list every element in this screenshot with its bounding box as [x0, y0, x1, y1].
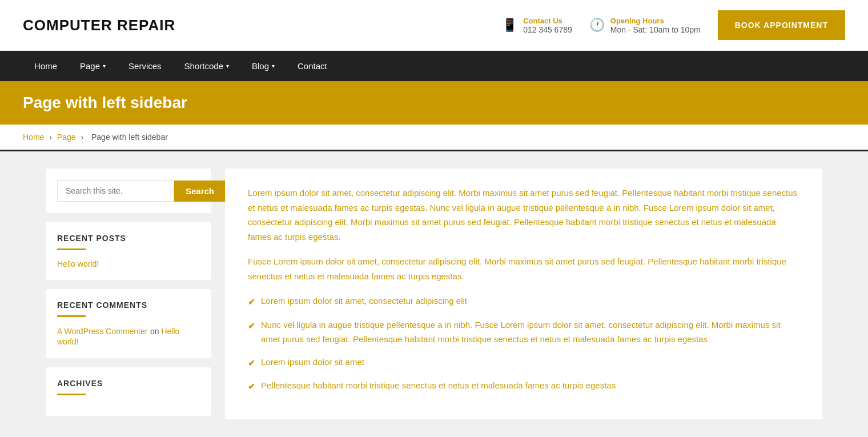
comment-on: on [150, 327, 161, 336]
article-paragraph-1: Lorem ipsum dolor sit amet, consectetur … [248, 186, 799, 244]
archives-title: ARCHIVES [57, 379, 200, 388]
breadcrumb: Home › Page › Page with left sidebar [0, 125, 868, 151]
recent-posts-underline [57, 248, 86, 250]
list-item: ✔ Lorem ipsum dolor sit amet, consectetu… [248, 294, 799, 310]
contact-details: Contact Us 012 345 6789 [523, 17, 572, 34]
list-item: ✔ Nunc vel ligula in augue tristique pel… [248, 318, 799, 347]
chevron-down-icon: ▾ [272, 63, 275, 69]
contact-info: 📱 Contact Us 012 345 6789 [502, 17, 572, 34]
breadcrumb-home[interactable]: Home [23, 133, 44, 142]
nav-contact[interactable]: Contact [286, 51, 339, 81]
check-icon: ✔ [248, 379, 255, 394]
list-item: ✔ Pellentesque habitant morbi tristique … [248, 378, 799, 394]
site-header: COMPUTER REPAIR 📱 Contact Us 012 345 678… [0, 0, 868, 51]
nav-shortcode[interactable]: Shortcode ▾ [173, 51, 240, 81]
checklist-item-3: Lorem ipsum dolor sit amet [261, 355, 364, 370]
check-icon: ✔ [248, 319, 255, 334]
page-banner: Page with left sidebar [0, 81, 868, 125]
main-nav: Home Page ▾ Services Shortcode ▾ Blog ▾ … [0, 51, 868, 81]
archives-widget: ARCHIVES [46, 367, 211, 416]
nav-services[interactable]: Services [117, 51, 173, 81]
check-icon: ✔ [248, 295, 255, 310]
book-appointment-button[interactable]: BOOK APPOINTMENT [718, 10, 845, 40]
header-right: 📱 Contact Us 012 345 6789 🕐 Opening Hour… [502, 10, 845, 40]
article-checklist: ✔ Lorem ipsum dolor sit amet, consectetu… [248, 294, 799, 394]
site-title: COMPUTER REPAIR [23, 17, 175, 34]
hours-label: Opening Hours [610, 17, 701, 25]
breadcrumb-sep1: › [49, 133, 54, 142]
checklist-item-1: Lorem ipsum dolor sit amet, consectetur … [261, 294, 467, 308]
nav-blog[interactable]: Blog ▾ [240, 51, 286, 81]
commenter-name[interactable]: A WordPress Commenter [57, 327, 147, 336]
hours-details: Opening Hours Mon - Sat: 10am to 10pm [610, 17, 701, 34]
search-button[interactable]: Search [174, 181, 226, 202]
search-input[interactable] [57, 180, 174, 202]
checklist-item-2: Nunc vel ligula in augue tristique pelle… [261, 318, 799, 347]
recent-post-item[interactable]: Hello world! [57, 259, 200, 268]
check-icon: ✔ [248, 356, 255, 371]
search-widget: Search [46, 169, 211, 213]
archives-underline [57, 394, 86, 395]
recent-comments-underline [57, 315, 86, 317]
clock-icon: 🕐 [589, 18, 605, 33]
page-banner-title: Page with left sidebar [23, 94, 845, 112]
main-content: Search RECENT POSTS Hello world! RECENT … [23, 151, 845, 436]
nav-page[interactable]: Page ▾ [69, 51, 117, 81]
breadcrumb-current: Page with left sidebar [91, 133, 168, 142]
hours-value: Mon - Sat: 10am to 10pm [610, 25, 701, 34]
contact-phone: 012 345 6789 [523, 25, 572, 34]
recent-comments-title: RECENT COMMENTS [57, 300, 200, 310]
sidebar: Search RECENT POSTS Hello world! RECENT … [46, 169, 211, 419]
article-content: Lorem ipsum dolor sit amet, consectetur … [225, 169, 822, 419]
breadcrumb-sep2: › [81, 133, 86, 142]
list-item: ✔ Lorem ipsum dolor sit amet [248, 355, 799, 371]
article-paragraph-2: Fusce Lorem ipsum dolor sit amet, consec… [248, 254, 799, 283]
checklist-item-4: Pellentesque habitant morbi tristique se… [261, 378, 616, 393]
phone-icon: 📱 [502, 18, 517, 33]
recent-comments-widget: RECENT COMMENTS A WordPress Commenter on… [46, 289, 211, 358]
chevron-down-icon: ▾ [103, 63, 106, 69]
contact-label: Contact Us [523, 17, 572, 25]
nav-home[interactable]: Home [23, 51, 69, 81]
comment-item: A WordPress Commenter on Hello world! [57, 326, 200, 347]
recent-posts-title: RECENT POSTS [57, 234, 200, 243]
chevron-down-icon: ▾ [226, 63, 229, 69]
recent-posts-widget: RECENT POSTS Hello world! [46, 222, 211, 280]
breadcrumb-page[interactable]: Page [57, 133, 76, 142]
hours-info: 🕐 Opening Hours Mon - Sat: 10am to 10pm [589, 17, 701, 34]
